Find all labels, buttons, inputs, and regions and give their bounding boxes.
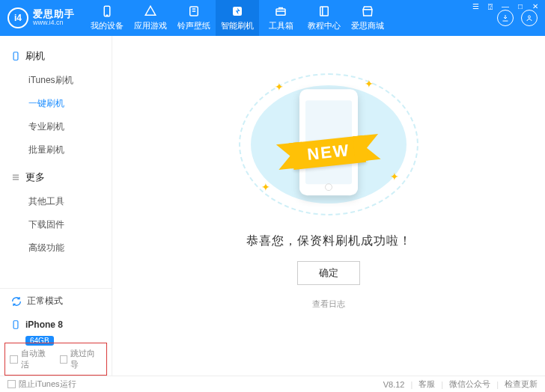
version-label: V8.12 (383, 380, 405, 389)
separator: | (410, 380, 412, 389)
top-tabs: 我的设备 应用游戏 铃声壁纸 智能刷机 工具箱 教程中心 爱思商城 (85, 0, 490, 36)
brand-logo: i4 爱思助手 www.i4.cn (0, 0, 85, 36)
menu-icon[interactable]: ☰ (470, 2, 481, 10)
ok-button[interactable]: 确定 (297, 261, 360, 285)
sidebar-item-other-tools[interactable]: 其他工具 (0, 190, 112, 213)
sidebar-category-flash[interactable]: 刷机 (0, 46, 112, 69)
minimize-icon[interactable]: — (500, 2, 511, 10)
tab-toolbox[interactable]: 工具箱 (259, 0, 302, 36)
sidebar-item-oneclick-flash[interactable]: 一键刷机 (0, 92, 112, 115)
tab-tutorials[interactable]: 教程中心 (302, 0, 346, 36)
sidebar-item-batch-flash[interactable]: 批量刷机 (0, 138, 112, 162)
download-icon (501, 13, 510, 22)
status-bar: 阻止iTunes运行 V8.12 | 客服 | 微信公众号 | 检查更新 (0, 376, 545, 392)
sidebar-category-more[interactable]: 更多 (0, 168, 112, 190)
apps-icon (144, 4, 157, 18)
tab-label: 爱思商城 (351, 20, 384, 31)
device-icon (100, 4, 114, 18)
mode-label: 正常模式 (27, 295, 63, 307)
tab-label: 应用游戏 (134, 20, 167, 31)
check-label: 阻止iTunes运行 (19, 379, 76, 390)
svg-rect-4 (276, 9, 285, 15)
check-block-itunes[interactable]: 阻止iTunes运行 (7, 379, 76, 390)
window-controls: ☰ ⍰ — □ ✕ (470, 2, 541, 10)
download-button[interactable] (497, 10, 514, 26)
book-icon (317, 4, 331, 18)
check-label: 自动激活 (21, 348, 52, 370)
user-icon (525, 13, 534, 22)
device-mode[interactable]: 正常模式 (0, 288, 112, 313)
category-label: 刷机 (25, 49, 45, 63)
tab-smart-flash[interactable]: 智能刷机 (216, 0, 259, 36)
device-info[interactable]: iPhone 8 (0, 313, 112, 333)
bottom-checks: 自动激活 跳过向导 (4, 343, 107, 376)
tab-label: 铃声壁纸 (177, 20, 210, 31)
wechat-link[interactable]: 微信公众号 (449, 379, 490, 390)
sparkle-icon: ✦ (275, 81, 284, 93)
tab-label: 我的设备 (91, 20, 124, 31)
tab-label: 智能刷机 (221, 20, 254, 31)
svg-rect-5 (320, 7, 329, 16)
success-message: 恭喜您，保资料刷机成功啦！ (246, 233, 412, 249)
sidebar-item-itunes-flash[interactable]: iTunes刷机 (0, 69, 112, 92)
brand-name: 爱思助手 (33, 9, 75, 19)
svg-point-7 (529, 16, 531, 18)
device-name: iPhone 8 (25, 319, 63, 330)
category-label: 更多 (25, 171, 45, 184)
view-log-link[interactable]: 查看日志 (312, 298, 345, 310)
sidebar: 刷机 iTunes刷机 一键刷机 专业刷机 批量刷机 更多 其他工具 下载固件 … (0, 36, 112, 376)
check-label: 跳过向导 (70, 348, 102, 370)
checkbox-icon (10, 355, 18, 364)
check-auto-activate[interactable]: 自动激活 (10, 348, 52, 370)
music-icon (187, 4, 201, 18)
sidebar-item-download-fw[interactable]: 下载固件 (0, 213, 112, 236)
toolbox-icon (274, 4, 287, 18)
titlebar: ☰ ⍰ — □ ✕ i4 爱思助手 www.i4.cn 我的设备 应用游戏 铃声… (0, 0, 545, 36)
brand-url: www.i4.cn (33, 19, 75, 27)
tab-store[interactable]: 爱思商城 (346, 0, 389, 36)
user-button[interactable] (521, 10, 538, 26)
phone-small-icon (10, 319, 21, 330)
store-icon (361, 4, 374, 18)
refresh-icon (10, 295, 22, 307)
tab-apps[interactable]: 应用游戏 (129, 0, 172, 36)
sparkle-icon: ✦ (261, 181, 270, 193)
tshirt-icon[interactable]: ⍰ (485, 2, 496, 10)
checkbox-icon (60, 355, 68, 364)
tab-ringtones[interactable]: 铃声壁纸 (172, 0, 216, 36)
sparkle-icon: ✦ (365, 78, 374, 90)
sidebar-item-pro-flash[interactable]: 专业刷机 (0, 115, 112, 138)
sidebar-item-advanced[interactable]: 高级功能 (0, 236, 112, 260)
separator: | (496, 380, 499, 389)
maximize-icon[interactable]: □ (515, 2, 526, 10)
svg-rect-12 (13, 321, 18, 329)
tab-label: 教程中心 (308, 20, 341, 31)
check-skip-guide[interactable]: 跳过向导 (60, 348, 103, 370)
list-icon (10, 172, 21, 183)
checkbox-icon (7, 380, 16, 388)
logo-icon: i4 (7, 7, 28, 28)
success-illustration: ✦ ✦ ✦ ✦ NEW (239, 73, 418, 215)
sparkle-icon: ✦ (390, 171, 399, 183)
close-icon[interactable]: ✕ (530, 2, 541, 10)
support-link[interactable]: 客服 (418, 379, 435, 390)
update-link[interactable]: 检查更新 (505, 379, 538, 390)
svg-rect-8 (13, 52, 18, 61)
main-content: ✦ ✦ ✦ ✦ NEW 恭喜您，保资料刷机成功啦！ 确定 查看日志 (112, 36, 545, 376)
flash-icon (231, 4, 244, 18)
tab-my-device[interactable]: 我的设备 (85, 0, 129, 36)
separator: | (441, 380, 443, 389)
phone-icon (10, 51, 21, 61)
tab-label: 工具箱 (269, 20, 293, 31)
